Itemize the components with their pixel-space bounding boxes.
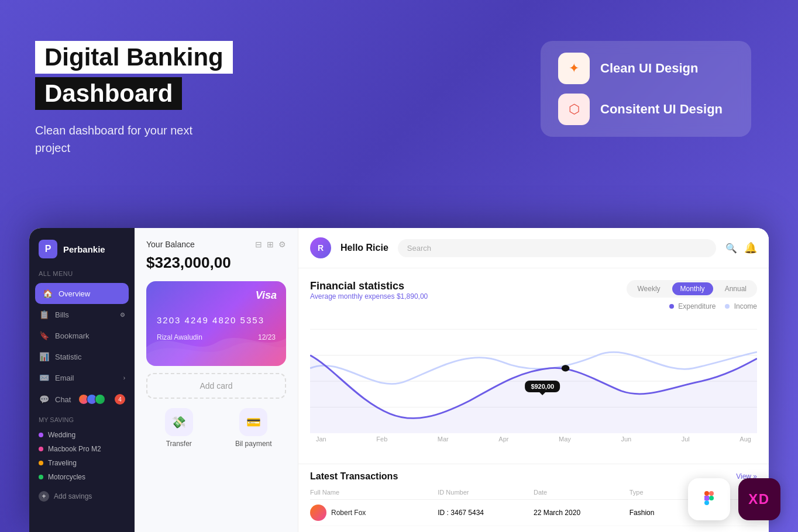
- tx-name: Robert Fox: [331, 509, 366, 517]
- add-savings-button[interactable]: + Add savings: [29, 486, 135, 506]
- chat-avatar-3: [95, 394, 105, 405]
- search-placeholder: Search: [407, 244, 431, 253]
- transfer-icon: 💸: [165, 408, 193, 436]
- sidebar-brand: P Perbankie: [29, 240, 135, 270]
- chat-icon: 💬: [39, 395, 49, 404]
- add-savings-plus-icon: +: [39, 491, 49, 502]
- sidebar-label-statistic: Statistic: [55, 353, 82, 361]
- consistent-ui-icon: ⬡: [558, 94, 590, 125]
- tab-monthly[interactable]: Monthly: [672, 282, 713, 295]
- col-date: Date: [534, 489, 630, 496]
- topbar: R Hello Ricie Search 🔍 🔔: [298, 228, 769, 268]
- stats-area: Financial statistics Average monthly exp…: [298, 268, 769, 464]
- app-icons: X D: [688, 478, 780, 520]
- hero-subtitle: Clean dashboard for your next project: [35, 122, 222, 157]
- x-label-feb: Feb: [376, 436, 387, 443]
- income-dot: [725, 304, 730, 309]
- tx-date: 22 March 2020: [534, 509, 630, 517]
- balance-action-icons: ⊟ ⊞ ⚙: [255, 240, 286, 249]
- x-label-mar: Mar: [438, 436, 449, 443]
- tab-annual[interactable]: Annual: [717, 282, 755, 295]
- search-bar[interactable]: Search: [398, 239, 716, 257]
- stats-left: Financial statistics Average monthly exp…: [310, 280, 428, 300]
- my-saving-section: My Saving Wedding Macbook Pro M2 Traveli…: [29, 410, 135, 486]
- overview-icon: 🏠: [42, 289, 53, 298]
- card-number: 3203 4249 4820 5353: [157, 315, 276, 325]
- col-id-number: ID Number: [438, 489, 534, 496]
- tooltip-dot: [562, 365, 570, 371]
- sidebar-label-chat: Chat: [55, 395, 71, 404]
- svg-rect-5: [709, 491, 714, 496]
- period-tabs: Weekly Monthly Annual: [627, 280, 757, 298]
- tx-type: Fashion: [630, 509, 693, 517]
- clean-ui-icon: ✦: [558, 53, 590, 84]
- motorcycles-dot: [39, 475, 43, 479]
- feature-item-2: ⬡ Consitent UI Design: [558, 94, 734, 125]
- add-card-button[interactable]: Add card: [146, 373, 286, 399]
- chart-tooltip: $920,00: [525, 381, 560, 392]
- col-type: Type: [630, 489, 693, 496]
- sidebar-item-statistic[interactable]: 📊 Statistic: [29, 346, 135, 367]
- transfer-label: Transfer: [166, 440, 192, 448]
- email-icon: ✉️: [39, 373, 49, 382]
- notification-icon[interactable]: 🔔: [744, 241, 757, 254]
- stats-header: Financial statistics Average monthly exp…: [310, 280, 757, 310]
- sidebar-item-chat[interactable]: 💬 Chat 4: [29, 388, 135, 410]
- quick-actions: 💸 Transfer 💳 Bil payment: [146, 408, 286, 448]
- stats-amount: $1,890,00: [397, 292, 428, 300]
- user-avatar: R: [310, 237, 331, 258]
- stats-right: Weekly Monthly Annual Expenditure Income: [627, 280, 757, 310]
- feature-item-1: ✦ Clean UI Design: [558, 53, 734, 84]
- filter-icon: ⚙: [278, 240, 286, 249]
- bills-filter-icon: ⚙: [120, 312, 125, 318]
- balance-amount: $323,000,00: [146, 254, 286, 272]
- chart-container: $920,00: [310, 316, 757, 433]
- chat-avatars: [81, 394, 105, 405]
- svg-text:D: D: [759, 491, 769, 507]
- tx-user: Robert Fox: [310, 505, 438, 521]
- sidebar-label-bookmark: Bookmark: [55, 331, 90, 340]
- all-menu-label: All Menu: [29, 270, 135, 283]
- feature-text-2: Consitent UI Design: [600, 102, 723, 117]
- x-label-jun: Jun: [621, 436, 631, 443]
- chart-legend: Expenditure Income: [669, 302, 757, 310]
- transfer-action[interactable]: 💸 Transfer: [146, 408, 212, 448]
- left-panel: Your Balance ⊟ ⊞ ⚙ $323,000,00 Visa 3203…: [135, 228, 298, 532]
- saving-item-motorcycles: Motorcycles: [39, 470, 125, 484]
- x-label-may: May: [559, 436, 571, 443]
- sidebar-item-bills[interactable]: 📋 Bills ⚙: [29, 304, 135, 325]
- search-icon[interactable]: 🔍: [725, 243, 737, 254]
- svg-text:X: X: [748, 491, 758, 507]
- financial-chart-svg: [310, 316, 757, 433]
- expenditure-dot: [669, 304, 674, 309]
- sidebar-item-email[interactable]: ✉️ Email ›: [29, 367, 135, 388]
- saving-item-macbook: Macbook Pro M2: [39, 442, 125, 456]
- sidebar: P Perbankie All Menu 🏠 Overview 📋 Bills …: [29, 228, 135, 532]
- saving-label-traveling: Traveling: [48, 459, 77, 467]
- stats-subtitle: Average monthly expenses $1,890,00: [310, 292, 428, 300]
- svg-point-8: [709, 496, 714, 500]
- feature-text-1: Clean UI Design: [600, 61, 698, 76]
- sidebar-item-overview[interactable]: 🏠 Overview: [35, 283, 129, 304]
- greeting-text: Hello Ricie: [340, 243, 388, 253]
- saving-label-wedding: Wedding: [48, 431, 75, 439]
- expenditure-legend: Expenditure: [669, 302, 716, 310]
- saving-label-macbook: Macbook Pro M2: [48, 445, 101, 453]
- traveling-dot: [39, 461, 43, 465]
- tab-weekly[interactable]: Weekly: [629, 282, 668, 295]
- feature-cards: ✦ Clean UI Design ⬡ Consitent UI Design: [541, 41, 751, 137]
- wedding-dot: [39, 433, 43, 437]
- sidebar-item-bookmark[interactable]: 🔖 Bookmark: [29, 325, 135, 346]
- email-arrow-icon: ›: [123, 375, 125, 381]
- chat-badge: 4: [115, 394, 125, 405]
- dashboard-mockup: P Perbankie All Menu 🏠 Overview 📋 Bills …: [29, 228, 769, 532]
- transactions-title: Latest Transactions: [310, 471, 398, 482]
- macbook-dot: [39, 447, 43, 451]
- bil-payment-action[interactable]: 💳 Bil payment: [221, 408, 287, 448]
- bills-icon: 📋: [39, 310, 49, 319]
- brand-icon: P: [39, 240, 57, 258]
- card-expiry: 12/23: [258, 333, 276, 341]
- layout-icon: ⊟: [255, 240, 262, 249]
- x-label-jul: Jul: [682, 436, 690, 443]
- card-holder-name: Rizal Awaludin: [157, 333, 202, 341]
